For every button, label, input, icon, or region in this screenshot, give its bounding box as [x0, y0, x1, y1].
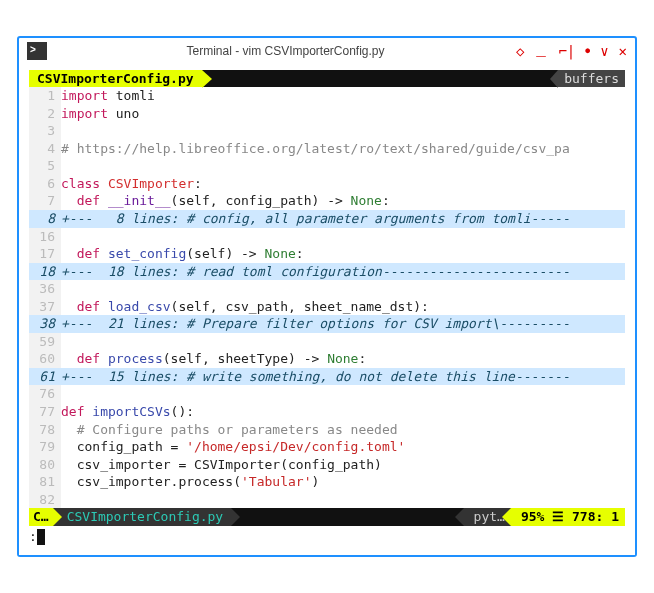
code-line[interactable]: 1import tomli — [29, 87, 625, 105]
vim-tabbar: CSVImporterConfig.py buffers — [29, 70, 625, 88]
code-line[interactable]: 17 def set_config(self) -> None: — [29, 245, 625, 263]
terminal-body[interactable]: CSVImporterConfig.py buffers 1import tom… — [19, 64, 635, 556]
line-number: 2 — [29, 105, 61, 123]
window-decoration-icon[interactable]: ◇ — [516, 43, 524, 59]
line-number: 37 — [29, 298, 61, 316]
line-content: class CSVImporter: — [61, 175, 625, 193]
line-content — [61, 228, 625, 246]
code-line[interactable]: 79 config_path = '/home/epsi/Dev/config.… — [29, 438, 625, 456]
line-content — [61, 385, 625, 403]
code-line[interactable]: 4# https://help.libreoffice.org/latest/r… — [29, 140, 625, 158]
status-position: 95% ☰ 778: 1 — [511, 508, 625, 526]
code-line[interactable]: 5 — [29, 157, 625, 175]
line-number: 77 — [29, 403, 61, 421]
status-mode: C… — [29, 508, 53, 526]
window-title: Terminal - vim CSVImporterConfig.py — [55, 44, 516, 58]
line-number: 79 — [29, 438, 61, 456]
line-content: def load_csv(self, csv_path, sheet_name_… — [61, 298, 625, 316]
line-number: 61 — [29, 368, 61, 386]
line-number: 59 — [29, 333, 61, 351]
code-line[interactable]: 81 csv_importer.process('Tabular') — [29, 473, 625, 491]
line-content: +--- 18 lines: # read toml configuration… — [61, 263, 625, 281]
code-line[interactable]: 3 — [29, 122, 625, 140]
line-number: 8 — [29, 210, 61, 228]
code-line[interactable]: 6class CSVImporter: — [29, 175, 625, 193]
line-number: 18 — [29, 263, 61, 281]
code-line[interactable]: 16 — [29, 228, 625, 246]
line-number: 16 — [29, 228, 61, 246]
line-number: 36 — [29, 280, 61, 298]
line-number: 82 — [29, 491, 61, 509]
window-shade-icon[interactable]: ∨ — [600, 43, 608, 59]
window-close-icon[interactable]: ✕ — [619, 43, 627, 59]
terminal-window: Terminal - vim CSVImporterConfig.py ◇ ＿ … — [17, 36, 637, 558]
code-line[interactable]: 7 def __init__(self, config_path) -> Non… — [29, 192, 625, 210]
line-content: def __init__(self, config_path) -> None: — [61, 192, 625, 210]
line-number: 81 — [29, 473, 61, 491]
vim-cmdline[interactable]: : — [29, 526, 625, 546]
line-number: 60 — [29, 350, 61, 368]
code-line[interactable]: 82 — [29, 491, 625, 509]
line-content: +--- 21 lines: # Prepare filter options … — [61, 315, 625, 333]
line-content: +--- 15 lines: # write something, do not… — [61, 368, 625, 386]
line-number: 78 — [29, 421, 61, 439]
window-titlebar: Terminal - vim CSVImporterConfig.py ◇ ＿ … — [19, 38, 635, 64]
cursor-block — [37, 529, 45, 545]
code-line[interactable]: 18+--- 18 lines: # read toml configurati… — [29, 263, 625, 281]
line-content: config_path = '/home/epsi/Dev/config.tom… — [61, 438, 625, 456]
window-controls: ◇ ＿ ⌐| ● ∨ ✕ — [516, 42, 627, 60]
line-content: def process(self, sheetType) -> None: — [61, 350, 625, 368]
code-line[interactable]: 77def importCSVs(): — [29, 403, 625, 421]
code-line[interactable]: 60 def process(self, sheetType) -> None: — [29, 350, 625, 368]
line-content: +--- 8 lines: # config, all parameter ar… — [61, 210, 625, 228]
code-line[interactable]: 37 def load_csv(self, csv_path, sheet_na… — [29, 298, 625, 316]
tab-active[interactable]: CSVImporterConfig.py — [29, 70, 202, 88]
window-maximize-icon[interactable]: ⌐| — [558, 43, 575, 59]
line-content: # https://help.libreoffice.org/latest/ro… — [61, 140, 625, 158]
line-content: csv_importer = CSVImporter(config_path) — [61, 456, 625, 474]
cmdline-text: : — [29, 529, 37, 544]
code-line[interactable]: 76 — [29, 385, 625, 403]
line-content — [61, 122, 625, 140]
code-line[interactable]: 80 csv_importer = CSVImporter(config_pat… — [29, 456, 625, 474]
line-number: 7 — [29, 192, 61, 210]
line-content — [61, 333, 625, 351]
line-number: 3 — [29, 122, 61, 140]
line-number: 80 — [29, 456, 61, 474]
line-content: def importCSVs(): — [61, 403, 625, 421]
line-number: 76 — [29, 385, 61, 403]
line-content — [61, 157, 625, 175]
window-minimize-icon[interactable]: ＿ — [534, 42, 548, 60]
status-file: CSVImporterConfig.py — [53, 508, 232, 526]
line-number: 4 — [29, 140, 61, 158]
line-content — [61, 280, 625, 298]
code-line[interactable]: 59 — [29, 333, 625, 351]
line-number: 5 — [29, 157, 61, 175]
window-dot-icon[interactable]: ● — [585, 46, 590, 55]
line-content: csv_importer.process('Tabular') — [61, 473, 625, 491]
line-content: def set_config(self) -> None: — [61, 245, 625, 263]
code-area[interactable]: 1import tomli2import uno34# https://help… — [29, 87, 625, 508]
code-line[interactable]: 38+--- 21 lines: # Prepare filter option… — [29, 315, 625, 333]
code-line[interactable]: 36 — [29, 280, 625, 298]
line-number: 38 — [29, 315, 61, 333]
vim-statusline: C… CSVImporterConfig.py pyt… 95% ☰ 778: … — [29, 508, 625, 526]
code-line[interactable]: 8+--- 8 lines: # config, all parameter a… — [29, 210, 625, 228]
code-line[interactable]: 61+--- 15 lines: # write something, do n… — [29, 368, 625, 386]
line-content — [61, 491, 625, 509]
line-number: 17 — [29, 245, 61, 263]
line-content: import tomli — [61, 87, 625, 105]
terminal-icon — [27, 42, 47, 60]
line-number: 1 — [29, 87, 61, 105]
line-content: # Configure paths or parameters as neede… — [61, 421, 625, 439]
line-content: import uno — [61, 105, 625, 123]
code-line[interactable]: 78 # Configure paths or parameters as ne… — [29, 421, 625, 439]
code-line[interactable]: 2import uno — [29, 105, 625, 123]
tab-buffers[interactable]: buffers — [558, 70, 625, 88]
line-number: 6 — [29, 175, 61, 193]
